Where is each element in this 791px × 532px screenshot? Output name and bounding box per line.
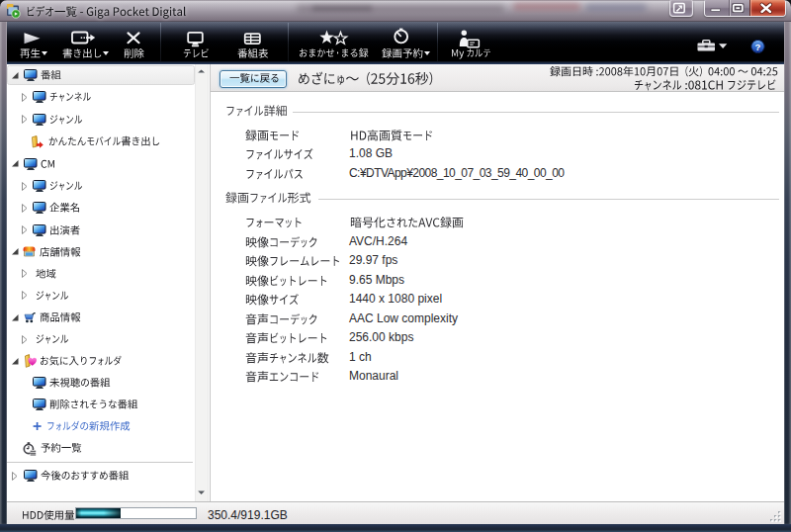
svg-text:?: ? (755, 42, 761, 52)
